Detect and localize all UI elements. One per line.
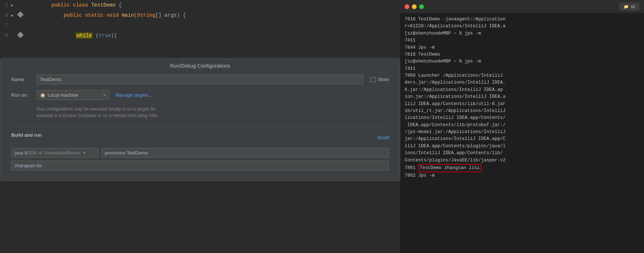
args-input[interactable] <box>11 161 389 170</box>
terminal-line-0: 7818 TestDemo -javaagent:/Application <box>405 16 640 23</box>
dialog-body: Name: Store Run on: 🏠 Local machine ▼ Ma… <box>0 75 400 181</box>
dropdown-arrow-icon: ▼ <box>103 93 106 97</box>
run-on-label: Run on: <box>11 92 37 98</box>
store-label: Store <box>378 77 389 82</box>
hint-line-2: example in a Docker Container or on a re… <box>37 113 159 118</box>
code-text-6: public static void main(String[] args) { <box>24 7 186 24</box>
divider <box>11 126 389 126</box>
terminal-line-1: r=61220:/Applications/IntelliJ IDEA.a <box>405 23 640 30</box>
line-number-7: 7 <box>0 23 11 28</box>
terminal-content[interactable]: 7818 TestDemo -javaagent:/Applicationr=6… <box>400 13 644 253</box>
line-number-8: 8 <box>0 33 11 39</box>
terminal-line-11: ion.jar:/Applications/IntelliJ IDEA.a <box>405 93 640 100</box>
maximize-button[interactable] <box>419 4 424 9</box>
hint-text: Run configurations may be executed local… <box>37 106 389 119</box>
terminal-line-6: [sz@shenzhuodeMBP ~ % jps -m <box>405 58 640 65</box>
name-label: Name: <box>11 77 37 82</box>
line-number-6: 6 <box>0 12 11 18</box>
terminal-line-3: 7411 <box>405 37 640 44</box>
sdk-dropdown[interactable]: java 8 SDK of 'AnnotationDemo' ▼ <box>11 148 99 158</box>
terminal-panel: 📁 sz 7818 TestDemo -javaagent:/Applicati… <box>400 0 644 253</box>
sdk-suffix: SDK of 'AnnotationDemo' <box>27 150 81 156</box>
terminal-tab-icon: 📁 <box>624 4 629 9</box>
build-args-row <box>11 161 389 170</box>
editor-panel: 5 ▶ public class TestDemo { 6 ▶ public s… <box>0 0 400 253</box>
breakpoint-7 <box>17 22 24 29</box>
terminal-tab-label: sz <box>631 4 635 9</box>
breakpoint-5 <box>17 2 24 8</box>
terminal-line-16: /jps-model.jar:/Applications/IntelliJ <box>405 129 640 136</box>
name-row: Name: Store <box>11 75 389 84</box>
store-checkbox-area: Store <box>370 77 389 82</box>
run-on-row: Run on: 🏠 Local machine ▼ Manage targets… <box>11 90 389 100</box>
house-icon: 🏠 <box>40 93 45 98</box>
terminal-line-8: 7860 Launcher /Applications/IntelliJ <box>405 72 640 79</box>
terminal-line-12: lliJ IDEA.app/Contents/lib/util-8.jar <box>405 101 640 108</box>
code-text-8: while (true){ <box>24 27 117 44</box>
code-line-6: 6 ▶ public static void main(String[] arg… <box>0 10 400 20</box>
run-arrow-6[interactable]: ▶ <box>11 13 17 18</box>
terminal-line-14: lications/IntelliJ IDEA.app/Contents/ <box>405 115 640 121</box>
line-number-5: 5 <box>0 2 11 8</box>
breakpoint-8 <box>17 32 24 39</box>
build-sdk-row: java 8 SDK of 'AnnotationDemo' ▼ <box>11 148 389 158</box>
sdk-version: java 8 <box>15 150 27 156</box>
terminal-line-5: 7818 TestDemo <box>405 51 640 58</box>
terminal-line-19: ions/IntelliJ IDEA.app/Contents/lib/ <box>405 150 640 157</box>
class-input[interactable] <box>102 148 389 158</box>
dialog-title: Run/Debug Configurations <box>0 59 400 75</box>
run-arrow-5[interactable]: ▶ <box>11 3 17 8</box>
terminal-line-18: lliJ IDEA.app/Contents/plugins/java/l <box>405 143 640 150</box>
terminal-line-2: [sz@shenzhuodeMBP ~ % jps -m <box>405 30 640 37</box>
build-run-title: Build and run <box>11 132 42 138</box>
sdk-dropdown-arrow-icon: ▼ <box>83 151 86 155</box>
minimize-button[interactable] <box>412 4 417 9</box>
traffic-lights <box>405 4 424 9</box>
terminal-line-22: 7862 Jps -m <box>405 172 640 179</box>
terminal-tab[interactable]: 📁 sz <box>619 3 640 11</box>
run-arrow-7 <box>11 23 17 28</box>
terminal-line-17: jar:/Applications/IntelliJ IDEA.app/C <box>405 136 640 142</box>
terminal-line-13: ib/util_rt.jar:/Applications/IntelliJ <box>405 108 640 115</box>
terminal-line-20: Contents/plugins/JavaEE/lib/jasper-v2 <box>405 157 640 164</box>
code-area: 5 ▶ public class TestDemo { 6 ▶ public s… <box>0 0 400 41</box>
highlighted-terminal-line: TestDemo zhangsan lisi <box>418 164 481 172</box>
breakpoint-6 <box>17 12 24 19</box>
code-line-8: 8 while (true){ <box>0 31 400 41</box>
terminal-line-10: 6.jar:/Applications/IntelliJ IDEA.ap <box>405 87 640 93</box>
hint-line-1: Run configurations may be executed local… <box>37 107 156 112</box>
terminal-line-21: 7861 TestDemo zhangsan lisi <box>405 164 640 172</box>
modify-link[interactable]: Modif <box>377 135 389 140</box>
terminal-titlebar: 📁 sz <box>400 0 644 13</box>
terminal-line-4: 7844 Jps -m <box>405 44 640 51</box>
terminal-line-9: ders.jar:/Applications/IntelliJ IDEA. <box>405 79 640 86</box>
close-button[interactable] <box>405 4 409 9</box>
name-input[interactable] <box>37 75 363 84</box>
store-checkbox[interactable] <box>370 77 375 82</box>
terminal-line-15: IDEA.app/Contents/lib/protobuf.jar:/ <box>405 122 640 129</box>
terminal-line-7: 7411 <box>405 65 640 72</box>
run-arrow-8 <box>11 33 17 38</box>
manage-targets-link[interactable]: Manage targets... <box>115 92 152 98</box>
local-machine-text: Local machine <box>48 92 78 98</box>
run-debug-dialog: Run/Debug Configurations Name: Store Run… <box>0 58 400 181</box>
build-run-section: Build and run Modif java 8 SDK of 'Annot… <box>11 132 389 170</box>
run-on-dropdown[interactable]: 🏠 Local machine ▼ <box>37 90 110 100</box>
